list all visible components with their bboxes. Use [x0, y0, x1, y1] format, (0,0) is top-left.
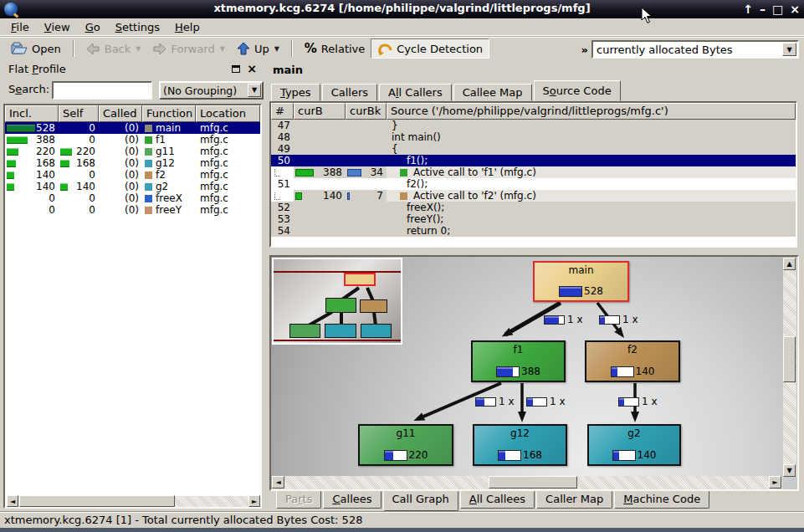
tab-parts[interactable]: Parts [276, 491, 321, 509]
dock-titlebar[interactable]: Flat Profile × [2, 60, 264, 79]
dock-close-icon[interactable]: × [247, 62, 257, 75]
graph-node-f1[interactable]: f1388 [471, 340, 566, 382]
back-dropdown-icon[interactable]: ▼ [136, 45, 141, 53]
scrollbar-thumb[interactable] [19, 495, 175, 507]
flat-profile-row-g2[interactable]: 140140(0)g2mfg.c [5, 181, 260, 192]
tab-machine-code[interactable]: Machine Code [614, 491, 709, 509]
called-cell: (0) [99, 134, 142, 146]
column-header-self[interactable]: Self [59, 105, 99, 122]
source-call-row[interactable]: 38834Active call to 'f1' (mfg.c) [271, 166, 796, 178]
flat-profile-row-main[interactable]: 5280(0)mainmfg.c [5, 122, 260, 134]
called-cell: (0) [99, 157, 142, 169]
open-button[interactable]: Open [5, 38, 67, 59]
graph-node-f2[interactable]: f2140 [585, 340, 680, 382]
scroll-down-icon[interactable]: ▼ [783, 464, 796, 477]
chevron-down-icon[interactable]: ▼ [782, 43, 796, 56]
flat-profile-row-freeX[interactable]: 00(0)freeXmfg.c [5, 192, 260, 204]
graph-node-g11[interactable]: g11220 [358, 424, 453, 466]
source-column-header[interactable]: curBk [346, 103, 387, 120]
graph-vscrollbar[interactable]: ▲ ▼ [783, 258, 796, 477]
tab-types[interactable]: Types [271, 84, 320, 101]
column-header-called[interactable]: Called [99, 105, 142, 122]
grouping-select[interactable]: (No Grouping) ▼ [159, 81, 264, 100]
source-column-header[interactable]: curB [294, 103, 346, 120]
source-line-row[interactable]: 52freeX(); [271, 202, 796, 213]
back-button[interactable]: Back ▼ [80, 38, 147, 59]
flat-profile-row-f2[interactable]: 1400(0)f2mfg.c [5, 169, 260, 181]
source-line-row[interactable]: 47} [271, 120, 796, 131]
menu-file[interactable]: File [3, 20, 37, 34]
chevron-down-icon[interactable]: ▼ [248, 84, 261, 97]
tab-source-code[interactable]: Source Code [534, 80, 621, 101]
up-button[interactable]: Up ▼ [231, 38, 285, 59]
toolbar-overflow-icon[interactable]: » [581, 43, 588, 56]
tab-callers[interactable]: Callers [322, 84, 377, 101]
source-line-row[interactable]: 51f2(); [271, 178, 796, 190]
graph-node-g2[interactable]: g2140 [587, 424, 681, 466]
tree-branch-icon [274, 169, 280, 176]
incl-value: 140 [36, 182, 59, 192]
column-header-location[interactable]: Location [196, 105, 260, 122]
scroll-right-icon[interactable]: ► [248, 495, 260, 507]
column-header-incl[interactable]: Incl. [5, 105, 59, 122]
menu-settings[interactable]: Settings [108, 20, 167, 34]
called-value: (0) [125, 146, 142, 157]
close-button[interactable]: × [790, 1, 800, 18]
scroll-up-icon[interactable]: ▲ [783, 258, 796, 270]
minimize-button[interactable]: – [760, 1, 766, 18]
graph-node-g12[interactable]: g12168 [473, 424, 567, 466]
edge-cost-bar-fill [527, 398, 533, 406]
tab-callee-map[interactable]: Callee Map [453, 84, 532, 101]
source-column-header[interactable]: Source ('/home/philippe/valgrind/littlep… [387, 103, 796, 120]
source-line-row[interactable]: 49{ [271, 143, 796, 155]
cycle-detection-button[interactable]: Cycle Detection [371, 38, 489, 59]
tab-all-callers[interactable]: All Callers [379, 84, 452, 101]
source-column-header[interactable]: # [271, 103, 294, 120]
source-line-row[interactable]: 50f1(); [271, 155, 796, 166]
column-header-function[interactable]: Function [142, 105, 196, 122]
graph-overview-minimap[interactable] [272, 258, 402, 345]
source-call-row[interactable]: 1407Active call to 'f2' (mfg.c) [271, 190, 796, 202]
tab-call-graph[interactable]: Call Graph [383, 491, 458, 511]
forward-dropdown-icon[interactable]: ▼ [220, 45, 225, 53]
tab-caller-map[interactable]: Caller Map [536, 491, 612, 509]
called-value: (0) [125, 193, 142, 204]
flat-profile-row-g11[interactable]: 220220(0)g11mfg.c [5, 146, 260, 157]
menu-go[interactable]: Go [78, 20, 108, 34]
scrollbar-thumb[interactable] [783, 336, 796, 382]
flat-profile-hscrollbar[interactable]: ◄ ► [7, 496, 260, 507]
shade-button[interactable]: ↑ [743, 1, 753, 18]
source-line-row[interactable]: 48int main() [271, 131, 796, 143]
line-number-cell: 52 [271, 202, 294, 213]
graph-hscrollbar[interactable]: ◄ ► [272, 476, 782, 489]
up-dropdown-icon[interactable]: ▼ [274, 45, 279, 53]
tab-callees[interactable]: Callees [323, 491, 381, 509]
source-line-row[interactable]: 53freeY(); [271, 213, 796, 225]
maximize-button[interactable]: □ [772, 1, 783, 18]
incl-value: 528 [36, 123, 59, 134]
dock-float-icon[interactable] [232, 65, 240, 73]
call-graph-panel[interactable]: main528f1388f2140g11220g12168g21401 x1 x… [269, 255, 799, 491]
tab-all-callees[interactable]: All Callees [460, 491, 535, 509]
relative-button[interactable]: % Relative [299, 38, 371, 59]
scroll-left-icon[interactable]: ◄ [7, 495, 18, 507]
flat-profile-row-freeY[interactable]: 00(0)freeYmfg.c [5, 204, 260, 216]
menu-help[interactable]: Help [167, 20, 207, 34]
panel-splitter[interactable] [264, 60, 269, 509]
flat-profile-row-f1[interactable]: 3880(0)f1mfg.c [5, 134, 260, 146]
scrollbar-thumb[interactable] [489, 476, 577, 489]
graph-node-main[interactable]: main528 [533, 261, 629, 302]
event-type-select[interactable]: currently allocated Bytes ▼ [591, 40, 799, 59]
forward-button[interactable]: Forward ▼ [146, 38, 230, 59]
curbk-cell [346, 213, 387, 225]
title-bar[interactable]: xtmemory.kcg.6274 [/home/philippe/valgri… [0, 0, 804, 18]
scroll-left-icon[interactable]: ◄ [272, 476, 284, 489]
flat-profile-row-g12[interactable]: 168168(0)g12mfg.c [5, 157, 260, 169]
curbk-cell: 34 [346, 166, 387, 178]
function-name: g2 [156, 182, 168, 192]
search-input[interactable] [52, 81, 152, 100]
source-line-row[interactable]: 54return 0; [271, 225, 796, 237]
scroll-right-icon[interactable]: ► [769, 476, 781, 489]
menu-view[interactable]: View [37, 20, 78, 34]
incl-cell: 0 [5, 204, 59, 216]
